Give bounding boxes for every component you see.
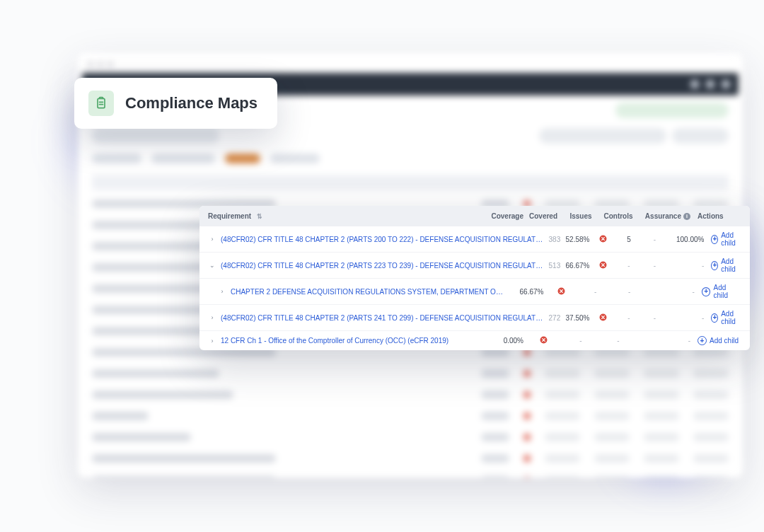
add-child-button[interactable]: +Add child (711, 258, 741, 273)
col-header-actions: Actions (690, 212, 741, 220)
add-child-button[interactable]: +Add child (711, 310, 741, 325)
issues-value: - (579, 288, 611, 296)
requirement-link[interactable]: (48CFR02) CFR TITLE 48 CHAPTER 2 (PARTS … (221, 236, 545, 243)
table-row: ›(48CFR02) CFR TITLE 48 CHAPTER 2 (PARTS… (199, 305, 750, 331)
assurance-value: - (647, 288, 695, 296)
sort-icon: ⇅ (257, 213, 262, 220)
coverage-value: 66.67% (505, 288, 543, 296)
svg-rect-0 (98, 98, 105, 108)
add-child-label: Add child (710, 337, 739, 345)
coverage-value: 52.58% (560, 236, 589, 243)
assurance-value: - (668, 314, 705, 322)
chevron-down-icon[interactable]: ⌄ (208, 261, 216, 270)
assurance-value: - (638, 337, 690, 345)
issues-value: 5 (617, 236, 641, 243)
col-header-issues[interactable]: Issues (563, 212, 598, 220)
assurance-value: - (668, 262, 705, 270)
covered-status-icon (589, 313, 616, 323)
requirement-link[interactable]: (48CFR02) CFR TITLE 48 CHAPTER 2 (PARTS … (221, 262, 545, 270)
requirement-link[interactable]: CHAPTER 2 DEFENSE ACQUISITION REGULATION… (231, 288, 505, 296)
col-header-requirement-label: Requirement (208, 212, 251, 220)
requirement-link[interactable]: (48CFR02) CFR TITLE 48 CHAPTER 2 (PARTS … (221, 314, 545, 322)
chevron-right-icon[interactable]: › (218, 287, 226, 296)
info-icon: i (683, 213, 690, 220)
controls-value: - (641, 262, 668, 270)
issues-value: - (617, 314, 641, 322)
controls-value: - (598, 337, 638, 345)
col-header-covered[interactable]: Covered (523, 212, 563, 220)
requirements-table: Requirement ⇅ Coverage Covered Issues Co… (199, 206, 750, 350)
covered-status-icon (589, 261, 616, 270)
add-child-button[interactable]: +Add child (698, 336, 739, 345)
controls-value: - (641, 314, 668, 322)
plus-icon: + (702, 287, 711, 296)
assurance-value: 100.00% (668, 236, 705, 243)
requirement-link[interactable]: 12 CFR Ch 1 - Office of the Comptroller … (221, 337, 448, 345)
add-child-button[interactable]: +Add child (711, 231, 741, 247)
controls-value: - (611, 288, 647, 296)
add-child-button[interactable]: +Add child (702, 284, 741, 299)
add-child-label: Add child (721, 231, 741, 247)
controls-value: - (641, 236, 668, 243)
issues-value: - (563, 337, 598, 345)
col-header-coverage[interactable]: Coverage (481, 212, 523, 220)
col-header-assurance-label: Assurance (645, 212, 681, 220)
table-row: ›12 CFR Ch 1 - Office of the Comptroller… (199, 331, 750, 350)
add-child-label: Add child (721, 310, 741, 325)
chevron-right-icon[interactable]: › (208, 235, 216, 243)
issues-value: - (617, 262, 641, 270)
col-header-controls[interactable]: Controls (598, 212, 638, 220)
table-row: ⌄(48CFR02) CFR TITLE 48 CHAPTER 2 (PARTS… (199, 253, 750, 279)
add-child-label: Add child (713, 284, 741, 299)
coverage-value: 0.00% (481, 337, 523, 345)
chevron-right-icon[interactable]: › (208, 337, 216, 345)
covered-status-icon (523, 336, 563, 345)
requirement-count: 383 (549, 236, 561, 243)
requirement-count: 513 (549, 262, 561, 270)
add-child-label: Add child (721, 258, 741, 273)
page-title: Compliance Maps (125, 94, 257, 112)
col-header-assurance[interactable]: Assurance i (638, 212, 690, 220)
plus-icon: + (711, 261, 718, 270)
coverage-value: 66.67% (560, 262, 589, 270)
table-header-row: Requirement ⇅ Coverage Covered Issues Co… (199, 206, 750, 226)
table-row: ›(48CFR02) CFR TITLE 48 CHAPTER 2 (PARTS… (199, 226, 750, 253)
clipboard-icon (88, 91, 114, 116)
plus-icon: + (698, 336, 707, 345)
plus-icon: + (711, 235, 718, 244)
covered-status-icon (543, 287, 579, 296)
covered-status-icon (589, 235, 616, 244)
requirement-count: 272 (549, 314, 561, 322)
chevron-right-icon[interactable]: › (208, 313, 216, 322)
coverage-value: 37.50% (560, 314, 589, 322)
table-row: ›CHAPTER 2 DEFENSE ACQUISITION REGULATIO… (199, 279, 750, 305)
col-header-requirement[interactable]: Requirement ⇅ (208, 212, 481, 220)
plus-icon: + (711, 313, 718, 323)
title-card: Compliance Maps (74, 78, 277, 129)
